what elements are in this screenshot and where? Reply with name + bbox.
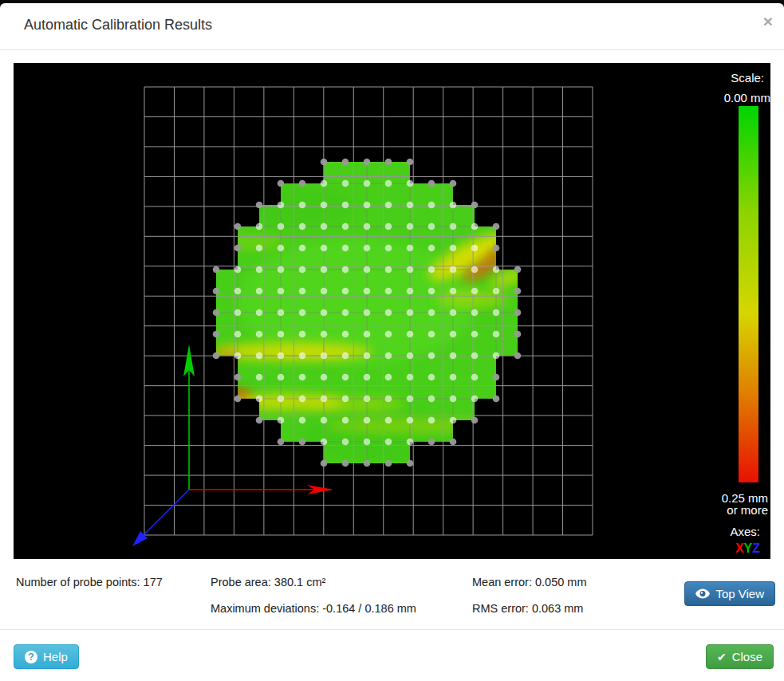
stat-probe-area: Probe area: 380.1 cm² [211, 576, 325, 588]
help-label: Help [43, 650, 68, 663]
heightmap-visualization: Scale: 0.00 mm 0.25 mm or more Axes: XYZ [14, 63, 770, 559]
close-label: Close [732, 650, 762, 663]
question-icon: ? [25, 651, 37, 663]
help-button[interactable]: ? Help [14, 644, 79, 669]
stat-mean-error: Mean error: 0.050 mm [472, 576, 586, 588]
stat-rms-error: RMS error: 0.063 mm [472, 602, 583, 615]
close-button[interactable]: ✔ Close [706, 644, 774, 669]
stat-probe-points: Number of probe points: 177 [16, 576, 163, 588]
heightmap-canvas[interactable]: Scale: 0.00 mm 0.25 mm or more Axes: XYZ [14, 63, 770, 559]
scale-title: Scale: [731, 71, 764, 85]
scale-min-label: 0.00 mm [724, 91, 770, 104]
checkmark-icon: ✔ [717, 651, 727, 663]
axis-z-label: Z [752, 541, 760, 555]
scale-max-label2: or more [727, 503, 768, 517]
close-icon[interactable]: × [763, 13, 773, 30]
axes-title: Axes: [730, 525, 760, 538]
dialog-header: Automatic Calibration Results × [0, 3, 784, 50]
footer-divider [0, 629, 784, 630]
calibration-results-dialog: Automatic Calibration Results × [0, 3, 784, 681]
axis-y-label: Y [744, 541, 753, 555]
eye-icon [695, 588, 710, 599]
stat-max-deviations: Maximum deviations: -0.164 / 0.186 mm [211, 602, 416, 615]
top-view-button[interactable]: Top View [684, 581, 775, 606]
axes-legend: XYZ [735, 541, 760, 555]
top-view-label: Top View [715, 587, 764, 600]
color-scale-bar [739, 106, 758, 482]
dialog-title: Automatic Calibration Results [24, 17, 212, 33]
modal-backdrop: Automatic Calibration Results × [0, 0, 784, 681]
axis-x-label: X [735, 541, 744, 555]
